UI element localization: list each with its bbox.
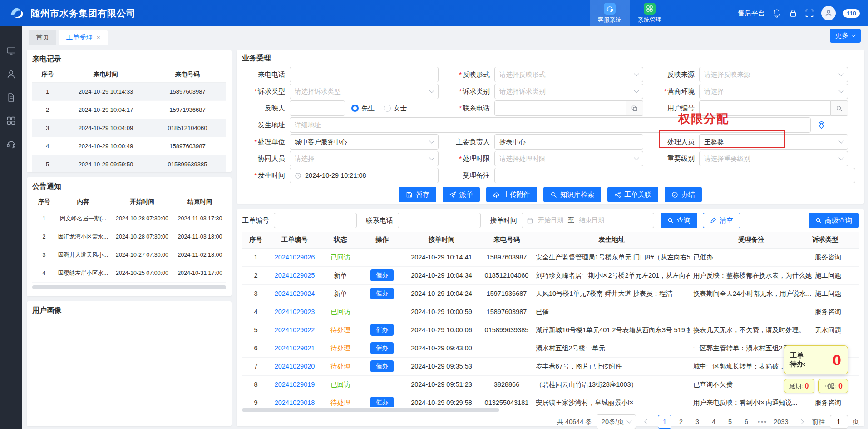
biz-env-select[interactable]: 请选择 <box>699 84 848 99</box>
tab-work-order[interactable]: 工单受理 × <box>59 30 108 45</box>
phone-search-input[interactable] <box>398 213 481 228</box>
announcement-row[interactable]: 1 因文峰名居一期(... 2024-10-28 07:30:00 2024-1… <box>32 210 226 228</box>
radio-female[interactable]: 女士 <box>384 104 407 113</box>
clock-icon <box>295 172 301 179</box>
advanced-query-button[interactable]: 高级查询 <box>809 213 859 228</box>
customer-icon[interactable] <box>6 70 16 79</box>
headset-service-icon[interactable] <box>6 139 16 149</box>
occur-time-picker[interactable]: 2024-10-29 10:21:08 <box>290 168 439 183</box>
copy-icon[interactable] <box>626 100 643 116</box>
left-icon-rail <box>0 26 22 429</box>
call-record-row[interactable]: 4 2024-10-29 10:00:49 15897603987 <box>32 137 226 155</box>
urge-button[interactable]: 催办 <box>370 397 394 407</box>
appeal-class-select[interactable]: 请选择诉求类别 <box>494 84 643 99</box>
urge-button[interactable]: 催办 <box>370 360 394 372</box>
dispatch-button[interactable]: 派单 <box>443 187 480 202</box>
horizontal-scrollbar[interactable] <box>242 408 499 412</box>
order-no-link[interactable]: 20241029023 <box>275 308 315 315</box>
reporter-input[interactable] <box>290 100 345 116</box>
page-number[interactable]: 3 <box>690 415 704 429</box>
delay-chip[interactable]: 延期:0 <box>784 379 814 393</box>
apps-icon[interactable] <box>6 116 16 125</box>
co-person-select[interactable]: 请选择 <box>290 151 439 166</box>
todo-floating-widget[interactable]: 工单 待办: 0 延期:0 回退:0 <box>784 345 848 393</box>
handle-unit-select[interactable]: 城中客户服务中心 <box>290 134 439 150</box>
call-phone-input[interactable] <box>290 67 439 82</box>
fullscreen-icon[interactable] <box>805 9 814 18</box>
todo-card[interactable]: 工单 待办: 0 <box>784 345 848 374</box>
order-no-link[interactable]: 20241029024 <box>275 290 315 297</box>
call-record-row[interactable]: 1 2024-10-29 10:14:33 15897603987 <box>32 82 226 100</box>
order-no-link[interactable]: 20241029026 <box>275 254 315 261</box>
query-button[interactable]: 查询 <box>661 213 697 228</box>
call-record-row[interactable]: 3 2024-10-29 10:04:09 018512104060 <box>32 119 226 137</box>
urge-button[interactable]: 催办 <box>370 288 394 299</box>
appeal-type-select[interactable]: 请选择诉求类型 <box>290 84 439 99</box>
dashboard-icon[interactable] <box>6 46 16 56</box>
announcement-row[interactable]: 3 因舜井大道天风小... 2024-10-27 07:30:00 2024-1… <box>32 246 226 264</box>
nav-system-admin[interactable]: 系统管理 <box>630 0 670 26</box>
search-icon[interactable] <box>831 100 848 116</box>
goto-page-input[interactable] <box>830 415 848 429</box>
page-number[interactable]: 1 <box>658 415 671 429</box>
horizontal-scrollbar[interactable] <box>32 285 226 289</box>
tab-home[interactable]: 首页 <box>29 30 56 45</box>
lock-icon[interactable] <box>789 9 798 18</box>
pages-ellipsis[interactable]: ••• <box>758 418 767 425</box>
prev-page-button[interactable] <box>641 415 653 428</box>
nav-customer-service[interactable]: 客服系统 <box>590 0 630 26</box>
urge-button[interactable]: 催办 <box>370 324 394 336</box>
knowledge-search-button[interactable]: 知识库检索 <box>543 187 601 202</box>
status-badge: 新单 <box>334 272 347 279</box>
status-badge: 新单 <box>334 290 347 297</box>
page-number[interactable]: 5 <box>723 415 737 429</box>
announcement-row[interactable]: 2 因汇龙湾小区需水... 2024-10-28 07:30:00 2024-1… <box>32 228 226 246</box>
reflect-form-select[interactable]: 请选择反映形式 <box>494 67 643 82</box>
next-page-button[interactable] <box>795 415 808 428</box>
reflect-source-select[interactable]: 请选择反映来源 <box>699 67 848 82</box>
order-no-link[interactable]: 20241029025 <box>275 272 315 279</box>
order-no-link[interactable]: 20241029021 <box>275 344 315 352</box>
status-badge: 已回访 <box>330 381 350 388</box>
handler-select[interactable]: 王獒獒 <box>699 134 848 150</box>
urge-button[interactable]: 催办 <box>370 342 394 354</box>
last-page-number[interactable]: 2033 <box>772 415 790 429</box>
clear-button[interactable]: 清空 <box>703 213 740 228</box>
accept-remark-input[interactable] <box>494 168 855 183</box>
more-button[interactable]: 更多 <box>830 29 861 43</box>
contact-phone-input[interactable] <box>494 100 626 116</box>
order-link-button[interactable]: 工单关联 <box>607 187 658 202</box>
field-label: 协同人员 <box>242 155 290 163</box>
page-number[interactable]: 6 <box>740 415 753 429</box>
finish-button[interactable]: 办结 <box>665 187 702 202</box>
page-number[interactable]: 4 <box>707 415 720 429</box>
main-person-input[interactable] <box>494 134 643 150</box>
page-number[interactable]: 2 <box>674 415 688 429</box>
date-range-picker[interactable]: 开始日期 至 结束日期 <box>522 213 654 228</box>
call-record-row[interactable]: 5 2024-10-29 09:59:50 015899639385 <box>32 155 226 172</box>
document-icon[interactable] <box>6 93 16 102</box>
save-draft-button[interactable]: 暂存 <box>399 187 436 202</box>
order-no-link[interactable]: 20241029019 <box>275 381 315 388</box>
user-avatar[interactable] <box>821 6 836 20</box>
announcement-row[interactable]: 4 因璎纳左岸小区水... 2024-10-25 07:00:00 2024-1… <box>32 264 226 282</box>
aftersale-platform-link[interactable]: 售后平台 <box>738 9 765 18</box>
urge-button[interactable]: 催办 <box>370 269 394 281</box>
time-limit-select[interactable]: 请选择处理时限 <box>494 151 643 166</box>
order-no-link[interactable]: 20241029022 <box>275 326 315 334</box>
radio-male[interactable]: 先生 <box>351 104 375 113</box>
order-no-search-input[interactable] <box>274 213 357 228</box>
upload-attachment-button[interactable]: 上传附件 <box>486 187 537 202</box>
close-tab-icon[interactable]: × <box>97 34 100 41</box>
location-pin-icon[interactable] <box>817 121 826 130</box>
chevron-down-icon <box>626 418 631 423</box>
bell-icon[interactable] <box>772 9 781 18</box>
page-size-select[interactable]: 20条/页 <box>597 414 636 429</box>
order-no-link[interactable]: 20241029018 <box>275 399 315 406</box>
field-label: 主要负责人 <box>447 138 494 146</box>
importance-select[interactable]: 请选择重要级别 <box>699 151 848 166</box>
order-no-link[interactable]: 20241029020 <box>275 363 315 370</box>
address-input[interactable] <box>290 117 811 133</box>
return-chip[interactable]: 回退:0 <box>818 379 848 393</box>
call-record-row[interactable]: 2 2024-10-29 10:04:17 15971936687 <box>32 100 226 119</box>
